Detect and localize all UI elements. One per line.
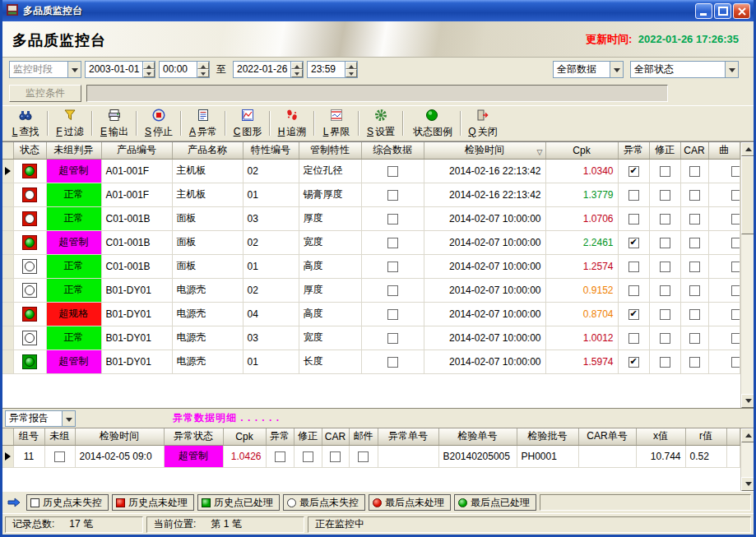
curve-checkbox[interactable] xyxy=(731,262,740,272)
scrollbar-track[interactable] xyxy=(741,234,754,394)
corrected-checkbox[interactable] xyxy=(660,333,670,344)
corrected-checkbox[interactable] xyxy=(660,309,670,320)
curve-checkbox[interactable] xyxy=(731,238,740,248)
col-cpk[interactable]: Cpk xyxy=(545,142,618,159)
abnormal-checkbox[interactable] xyxy=(628,357,639,368)
car-checkbox[interactable] xyxy=(689,285,700,296)
car-checkbox[interactable] xyxy=(689,357,700,368)
abnormal-checkbox[interactable] xyxy=(628,285,639,296)
abnormal-button[interactable]: A异常 xyxy=(183,108,223,139)
trace-button[interactable]: H追溯 xyxy=(272,108,312,139)
combined-data-checkbox[interactable] xyxy=(387,166,398,177)
curve-checkbox[interactable] xyxy=(731,309,740,320)
col-car-no[interactable]: CAR单号 xyxy=(578,428,636,445)
col-mail[interactable]: 邮件 xyxy=(349,428,378,445)
table-row[interactable]: 超管制 C01-001B 面板 02 宽度 2014-02-07 10:00:0… xyxy=(2,230,740,254)
col-feature-no[interactable]: 特性编号 xyxy=(243,142,299,159)
combined-data-checkbox[interactable] xyxy=(387,190,398,201)
close-app-button[interactable]: Q关闭 xyxy=(463,108,503,139)
col-car[interactable]: CAR xyxy=(322,428,349,445)
table-row[interactable]: 超管制 A01-001F 主机板 02 定位孔径 2014-02-16 22:1… xyxy=(2,159,740,183)
period-select[interactable]: 监控时段 xyxy=(9,61,81,78)
chevron-down-icon[interactable] xyxy=(725,62,738,77)
col-product-no[interactable]: 产品编号 xyxy=(101,142,172,159)
curve-checkbox[interactable] xyxy=(731,166,740,177)
chevron-down-icon[interactable] xyxy=(62,411,75,426)
corrected-checkbox[interactable] xyxy=(660,238,670,248)
abnormal-checkbox[interactable] xyxy=(628,309,639,320)
spin-down-icon[interactable] xyxy=(143,69,155,77)
col-corrected[interactable]: 修正 xyxy=(649,142,680,159)
minimize-button[interactable] xyxy=(695,3,712,19)
scrollbar-thumb[interactable] xyxy=(741,156,754,234)
scroll-down-icon[interactable] xyxy=(741,477,754,491)
col-abnormal-status[interactable]: 异常状态 xyxy=(164,428,223,445)
col-abnormal[interactable]: 异常 xyxy=(618,142,649,159)
table-row[interactable]: 正常 C01-001B 面板 01 高度 2014-02-07 10:00:00… xyxy=(2,254,740,278)
data-scope-select[interactable]: 全部数据 xyxy=(553,61,624,78)
col-abnormal[interactable]: 异常 xyxy=(266,428,294,445)
abnormal-checkbox[interactable] xyxy=(628,333,639,344)
abnormal-checkbox[interactable] xyxy=(628,214,639,225)
chevron-down-icon[interactable] xyxy=(67,62,81,77)
spin-up-icon[interactable] xyxy=(291,62,303,70)
corrected-checkbox[interactable] xyxy=(660,357,670,368)
abnormal-checkbox[interactable] xyxy=(628,262,639,272)
scroll-down-icon[interactable] xyxy=(741,394,754,408)
col-status[interactable]: 状态 xyxy=(13,142,46,159)
col-judgement[interactable]: 未组判异 xyxy=(46,142,101,159)
chevron-down-icon[interactable] xyxy=(610,62,623,77)
chart-button[interactable]: C图形 xyxy=(228,108,267,139)
curve-checkbox[interactable] xyxy=(731,214,740,225)
corrected-checkbox[interactable] xyxy=(303,451,313,462)
col-corrected[interactable]: 修正 xyxy=(294,428,322,445)
combined-data-checkbox[interactable] xyxy=(387,262,398,272)
status-legend-button[interactable]: 状态图例 xyxy=(406,108,458,139)
combined-data-checkbox[interactable] xyxy=(387,214,398,225)
settings-button[interactable]: S设置 xyxy=(361,108,401,139)
scroll-up-icon[interactable] xyxy=(741,142,754,156)
close-button[interactable] xyxy=(733,3,750,19)
table-row[interactable]: 正常 B01-DY01 电源壳 03 宽度 2014-02-07 10:00:0… xyxy=(2,326,740,350)
maximize-button[interactable] xyxy=(714,3,731,19)
car-checkbox[interactable] xyxy=(689,262,700,272)
table-row[interactable]: 超规格 B01-DY01 电源壳 04 高度 2014-02-07 10:00:… xyxy=(2,302,740,326)
combined-data-checkbox[interactable] xyxy=(387,309,398,320)
col-product-name[interactable]: 产品名称 xyxy=(172,142,243,159)
condition-field[interactable] xyxy=(86,85,668,102)
spin-up-icon[interactable] xyxy=(197,62,209,70)
car-checkbox[interactable] xyxy=(689,333,700,344)
date-to-field[interactable]: 2022-01-26 xyxy=(233,61,304,78)
car-checkbox[interactable] xyxy=(689,214,700,225)
spin-up-icon[interactable] xyxy=(346,62,357,70)
col-batch-no[interactable]: 检验批号 xyxy=(517,428,578,445)
spin-up-icon[interactable] xyxy=(143,62,155,70)
curve-checkbox[interactable] xyxy=(731,285,740,296)
find-button[interactable]: L查找 xyxy=(6,108,45,139)
vertical-scrollbar[interactable] xyxy=(740,142,754,408)
col-control-feature[interactable]: 管制特性 xyxy=(299,142,361,159)
combined-data-checkbox[interactable] xyxy=(387,238,398,248)
col-curve[interactable]: 曲 xyxy=(708,142,740,159)
corrected-checkbox[interactable] xyxy=(660,214,670,225)
abnormal-checkbox[interactable] xyxy=(628,190,639,201)
spin-down-icon[interactable] xyxy=(291,69,303,77)
time-to-field[interactable]: 23:59 xyxy=(307,61,358,78)
col-x-value[interactable]: x值 xyxy=(636,428,685,445)
corrected-checkbox[interactable] xyxy=(660,285,670,296)
filter-button[interactable]: F过滤 xyxy=(50,108,90,139)
report-select[interactable]: 异常报告 xyxy=(5,410,76,427)
col-ungrouped[interactable]: 未组 xyxy=(44,428,75,445)
corrected-checkbox[interactable] xyxy=(660,166,670,177)
spin-down-icon[interactable] xyxy=(197,69,209,77)
corrected-checkbox[interactable] xyxy=(660,262,670,272)
table-row[interactable]: 正常 C01-001B 面板 03 厚度 2014-02-07 10:00:00… xyxy=(2,206,740,230)
car-checkbox[interactable] xyxy=(689,309,700,320)
spin-down-icon[interactable] xyxy=(346,69,357,77)
combined-data-checkbox[interactable] xyxy=(387,285,398,296)
corrected-checkbox[interactable] xyxy=(660,190,670,201)
table-row[interactable]: 超管制 B01-DY01 电源壳 01 长度 2014-02-07 10:00:… xyxy=(2,350,740,373)
vertical-scrollbar[interactable] xyxy=(740,428,754,491)
col-abnormal-no[interactable]: 异常单号 xyxy=(378,428,438,445)
car-checkbox[interactable] xyxy=(689,166,700,177)
